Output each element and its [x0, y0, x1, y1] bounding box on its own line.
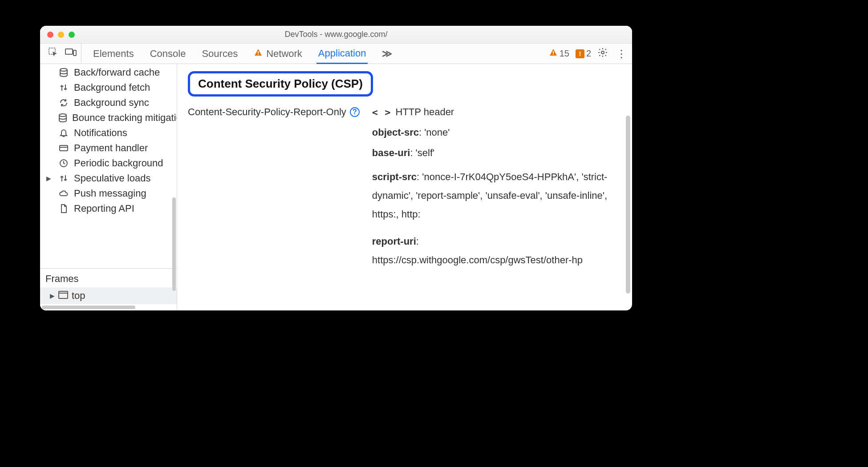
devtools-tabstrip: Elements Console Sources Network Applica… [40, 44, 632, 64]
sidebar-tree: Back/forward cache Background fetch Back… [40, 64, 177, 268]
warnings-count: 15 [560, 48, 569, 59]
tab-label: Network [266, 48, 302, 60]
tabs-overflow[interactable]: ≫ [380, 44, 394, 64]
sidebar-item-label: Notifications [74, 127, 127, 139]
svg-rect-10 [60, 145, 68, 151]
csp-source-label: HTTP header [396, 106, 454, 118]
sidebar-item-periodic[interactable]: Periodic background [40, 156, 177, 171]
tab-elements[interactable]: Elements [91, 44, 136, 64]
frames-top-label: top [72, 290, 85, 302]
database-icon [58, 68, 69, 77]
svg-rect-13 [59, 291, 68, 298]
scrollbar-thumb[interactable] [42, 306, 135, 309]
traffic-lights [47, 32, 75, 38]
tab-label: Application [318, 48, 366, 59]
cloud-icon [58, 189, 69, 198]
tab-label: Sources [202, 48, 238, 60]
csp-directive: script-src: 'nonce-I-7rK04QpY5oeS4-HPPkh… [372, 168, 612, 223]
sidebar-vscroll-thumb[interactable] [172, 197, 176, 291]
sidebar-item-payment[interactable]: Payment handler [40, 141, 177, 156]
sidebar-item-label: Reporting API [74, 203, 134, 214]
card-icon [58, 143, 69, 153]
titlebar: DevTools - www.google.com/ [40, 26, 632, 44]
main-vscroll-thumb[interactable] [626, 116, 630, 294]
sidebar-item-label: Payment handler [74, 142, 148, 154]
warnings-badge[interactable]: 15 [549, 48, 569, 59]
clock-icon [58, 158, 69, 168]
inspect-icon[interactable] [48, 47, 59, 60]
sidebar-hscroll[interactable] [40, 304, 177, 310]
svg-point-7 [601, 51, 604, 54]
help-icon[interactable]: ? [350, 107, 360, 117]
warning-icon [549, 48, 558, 59]
sidebar-item-push[interactable]: Push messaging [40, 186, 177, 201]
bell-icon [58, 128, 69, 138]
warning-icon [254, 48, 263, 59]
tab-label: Elements [93, 48, 134, 60]
sidebar-item-speculative[interactable]: ▶ Speculative loads [40, 171, 177, 186]
frames-top[interactable]: ▶ top [40, 287, 177, 304]
updown-icon [58, 83, 69, 93]
csp-directive: base-uri: 'self' [372, 147, 612, 159]
minimize-icon[interactable] [58, 32, 64, 38]
csp-panel: Content Security Policy (CSP) Content-Se… [177, 64, 632, 310]
devtools-window: DevTools - www.google.com/ Elements Cons… [40, 26, 632, 310]
sidebar-item-bgsync[interactable]: Background sync [40, 95, 177, 110]
svg-point-8 [60, 68, 67, 71]
sync-icon [58, 98, 69, 108]
window-icon [58, 290, 68, 302]
tab-network[interactable]: Network [252, 44, 304, 64]
svg-rect-4 [258, 54, 259, 55]
svg-rect-5 [553, 51, 554, 53]
sidebar-item-label: Speculative loads [74, 173, 150, 184]
sidebar-item-label: Background fetch [74, 82, 150, 93]
issues-count: 2 [586, 48, 591, 59]
csp-directive: report-uri: https://csp.withgoogle.com/c… [372, 232, 612, 270]
frames-header: Frames [40, 268, 177, 287]
tab-sources[interactable]: Sources [200, 44, 239, 64]
application-sidebar: Back/forward cache Background fetch Back… [40, 64, 177, 310]
tab-console[interactable]: Console [148, 44, 188, 64]
tab-application[interactable]: Application [316, 44, 368, 64]
svg-rect-6 [553, 54, 554, 55]
sidebar-item-label: Bounce tracking mitigation [72, 112, 177, 124]
window-title: DevTools - www.google.com/ [40, 30, 632, 39]
gear-icon[interactable] [597, 47, 608, 60]
expand-icon[interactable]: ▶ [46, 175, 53, 182]
sidebar-item-bfcache[interactable]: Back/forward cache [40, 65, 177, 80]
issue-icon: ! [576, 49, 584, 58]
sidebar-item-label: Back/forward cache [74, 67, 160, 78]
issues-badge[interactable]: ! 2 [576, 48, 591, 59]
code-icon: < > [372, 107, 391, 118]
device-toggle-icon[interactable] [65, 48, 77, 60]
sidebar-item-bouncetracking[interactable]: Bounce tracking mitigation [40, 110, 177, 125]
sidebar-item-label: Push messaging [74, 188, 146, 199]
expand-icon[interactable]: ▶ [50, 292, 55, 299]
database-icon [58, 113, 68, 123]
sidebar-item-bgfetch[interactable]: Background fetch [40, 80, 177, 95]
csp-header-name: Content-Security-Policy-Report-Only [188, 106, 346, 118]
close-icon[interactable] [47, 32, 53, 38]
csp-heading: Content Security Policy (CSP) [188, 71, 373, 97]
csp-directive: object-src: 'none' [372, 127, 612, 138]
file-icon [58, 204, 69, 213]
sidebar-item-label: Background sync [74, 97, 149, 109]
chevron-right-icon: ≫ [382, 48, 392, 60]
svg-point-9 [59, 114, 66, 117]
updown-icon [58, 173, 69, 183]
svg-rect-3 [258, 51, 259, 53]
tab-label: Console [150, 48, 186, 60]
sidebar-item-label: Periodic background [74, 157, 163, 169]
svg-rect-2 [73, 50, 76, 56]
svg-rect-1 [65, 49, 73, 54]
zoom-icon[interactable] [69, 32, 75, 38]
kebab-icon[interactable]: ⋮ [614, 48, 629, 60]
sidebar-item-reporting[interactable]: Reporting API [40, 201, 177, 216]
sidebar-item-notifications[interactable]: Notifications [40, 125, 177, 141]
